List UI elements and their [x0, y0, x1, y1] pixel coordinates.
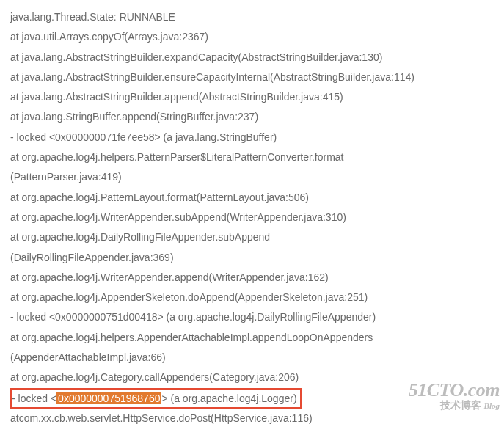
- trace-line: at org.apache.log4j.PatternLayout.format…: [10, 188, 494, 208]
- trace-line: - locked <0x0000000751d00418> (a org.apa…: [10, 307, 494, 327]
- trace-line: at java.util.Arrays.copyOf(Arrays.java:2…: [10, 27, 494, 47]
- trace-line: at org.apache.log4j.helpers.AppenderAtta…: [10, 328, 494, 348]
- trace-line: java.lang.Thread.State: RUNNABLE: [10, 7, 494, 27]
- trace-line: at org.apache.log4j.WriterAppender.appen…: [10, 268, 494, 288]
- highlight-address: 0x0000000751968760: [56, 392, 161, 404]
- trace-line: at org.apache.log4j.Category.callAppende…: [10, 368, 494, 387]
- trace-line: at org.apache.log4j.DailyRollingFileAppe…: [10, 227, 494, 247]
- trace-line: at java.lang.AbstractStringBuilder.ensur…: [10, 67, 494, 87]
- highlighted-lock-line: - locked <0x0000000751968760> (a org.apa…: [10, 388, 494, 409]
- trace-line: atcom.xx.cb.web.servlet.HttpService.doPo…: [10, 409, 494, 428]
- trace-line: at java.lang.AbstractStringBuilder.appen…: [10, 87, 494, 107]
- highlight-box: - locked <0x0000000751968760> (a org.apa…: [10, 388, 302, 409]
- highlight-post: > (a org.apache.log4j.Logger): [161, 392, 296, 404]
- trace-line: (PatternParser.java:419): [10, 167, 494, 187]
- trace-line: (DailyRollingFileAppender.java:369): [10, 248, 494, 268]
- trace-line: at java.lang.StringBuffer.append(StringB…: [10, 107, 494, 127]
- trace-line: (AppenderAttachableImpl.java:66): [10, 348, 494, 368]
- trace-line: at org.apache.log4j.WriterAppender.subAp…: [10, 208, 494, 227]
- trace-line: at java.lang.AbstractStringBuilder.expan…: [10, 48, 494, 67]
- trace-line: - locked <0x000000071fe7ee58> (a java.la…: [10, 128, 494, 147]
- trace-line: at org.apache.log4j.AppenderSkeleton.doA…: [10, 288, 494, 307]
- highlight-pre: - locked <: [12, 392, 56, 404]
- trace-line: at org.apache.log4j.helpers.PatternParse…: [10, 147, 494, 167]
- stack-trace-block: java.lang.Thread.State: RUNNABLE at java…: [10, 7, 494, 428]
